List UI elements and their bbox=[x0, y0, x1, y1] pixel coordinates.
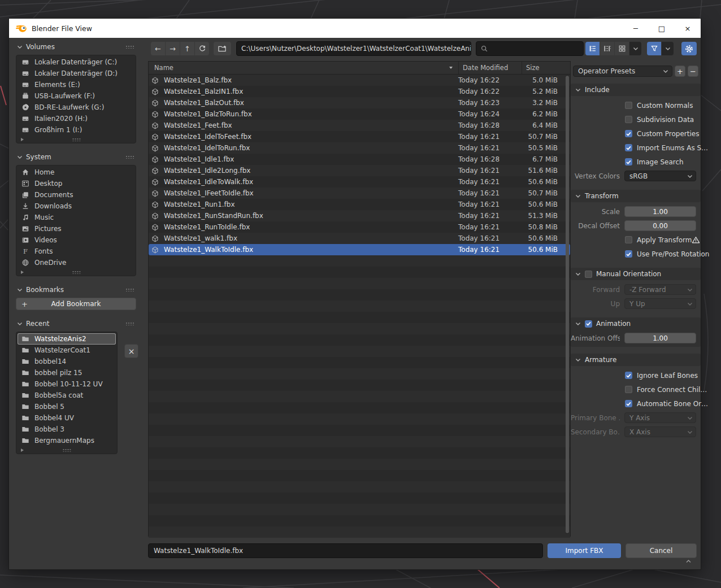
grip-handle-icon[interactable] bbox=[125, 288, 134, 291]
animation-section-header[interactable]: Animation bbox=[571, 317, 701, 330]
system-item[interactable]: OneDrive bbox=[16, 257, 136, 268]
recent-item[interactable]: Bobbel4 UV bbox=[16, 412, 117, 424]
volume-item[interactable]: USB-Laufwerk (F:) bbox=[16, 90, 136, 102]
column-header-name[interactable]: Name bbox=[149, 64, 449, 72]
checkbox-checked[interactable] bbox=[625, 372, 632, 379]
remove-preset-button[interactable]: − bbox=[688, 66, 698, 77]
create-new-directory-button[interactable] bbox=[214, 42, 231, 55]
checkbox-row[interactable]: Subdivision Data bbox=[571, 112, 701, 127]
recent-section-header[interactable]: Recent bbox=[16, 318, 136, 329]
system-item[interactable]: Documents bbox=[16, 189, 136, 201]
volume-item[interactable]: Italien2020 (H:) bbox=[16, 113, 136, 124]
use-pre-post-rotation-row[interactable]: Use Pre/Post Rotation bbox=[571, 247, 701, 261]
bookmarks-section-header[interactable]: Bookmarks bbox=[16, 284, 136, 295]
recent-item[interactable]: Bobbel 10-11-12 UV bbox=[16, 378, 117, 390]
volumes-section-header[interactable]: Volumes bbox=[16, 41, 136, 53]
recent-item[interactable]: Bobbel 5 bbox=[16, 401, 117, 412]
horizontal-list-view-button[interactable] bbox=[600, 42, 614, 55]
expand-right-icon[interactable] bbox=[21, 138, 24, 141]
vertical-list-view-button[interactable] bbox=[585, 42, 600, 55]
checkbox-checked[interactable] bbox=[625, 130, 632, 137]
file-row[interactable]: Watstelze1_Balz.fbxToday 16:225.0 MiB bbox=[149, 75, 570, 86]
checkbox[interactable] bbox=[585, 271, 592, 278]
system-item[interactable]: Downloads bbox=[16, 201, 136, 212]
checkbox-row[interactable]: Automatic Bone Or… bbox=[571, 397, 701, 411]
file-row[interactable]: Watstelze1_IdelToRun.fbxToday 16:2150.5 … bbox=[149, 142, 570, 154]
system-item[interactable]: Desktop bbox=[16, 178, 136, 189]
forward-button[interactable]: → bbox=[166, 42, 180, 55]
close-button[interactable]: × bbox=[675, 19, 701, 38]
file-row[interactable]: Watstelze1_walk1.fbxToday 16:2150.6 MiB bbox=[149, 233, 570, 244]
expand-right-icon[interactable] bbox=[21, 271, 24, 274]
file-row[interactable]: Watstelze1_IFeetToIdle.fbxToday 16:2150.… bbox=[149, 188, 570, 199]
grip-handle-icon[interactable] bbox=[125, 45, 134, 49]
system-item[interactable]: Pictures bbox=[16, 223, 136, 234]
add-bookmark-button[interactable]: + Add Bookmark bbox=[16, 298, 136, 310]
recent-item[interactable]: BergmauernMaps bbox=[16, 435, 117, 446]
file-row[interactable]: Watstelze1_Idle2Long.fbxToday 16:2151.6 … bbox=[149, 165, 570, 176]
settings-toggle-button[interactable] bbox=[681, 42, 697, 55]
file-row[interactable]: Watstelze1_IdelToFeet.fbxToday 16:2150.7… bbox=[149, 131, 570, 142]
system-item[interactable]: FFonts bbox=[16, 246, 136, 257]
filter-dropdown[interactable] bbox=[662, 42, 674, 55]
scrollbar[interactable] bbox=[566, 75, 569, 534]
scale-field[interactable]: 1.00 bbox=[624, 206, 696, 217]
file-row[interactable]: Watstelze1_RunStandRun.fbxToday 16:2151.… bbox=[149, 210, 570, 221]
grip-handle-icon[interactable] bbox=[125, 322, 134, 325]
checkbox-checked[interactable] bbox=[625, 144, 632, 151]
animation-offset-field[interactable]: 1.00 bbox=[624, 333, 696, 343]
file-row[interactable]: Watstelze1_Run1.fbxToday 16:2150.6 MiB bbox=[149, 199, 570, 210]
filename-field[interactable]: Watstelze1_WalkToIdle.fbx bbox=[148, 543, 543, 558]
decal-offset-field[interactable]: 0.00 bbox=[624, 220, 696, 231]
file-row[interactable]: Watstelze1_BalzToRun.fbxToday 16:246.2 M… bbox=[149, 108, 570, 120]
file-row[interactable]: Watstelze1_BalzOut.fbxToday 16:233.2 MiB bbox=[149, 97, 570, 108]
column-header-size[interactable]: Size bbox=[522, 62, 558, 74]
checkbox[interactable] bbox=[625, 102, 632, 109]
system-item[interactable]: Music bbox=[16, 212, 136, 223]
volume-item[interactable]: Elements (E:) bbox=[16, 79, 136, 90]
checkbox-row[interactable]: Image Search bbox=[571, 155, 701, 169]
recent-item[interactable]: WatstelzeAnis2 bbox=[18, 333, 116, 345]
checkbox-row[interactable]: Custom Properties bbox=[571, 127, 701, 141]
file-row[interactable]: Watstelze1_Idle1.fbxToday 16:286.7 MiB bbox=[149, 154, 570, 165]
system-item[interactable]: Videos bbox=[16, 234, 136, 246]
transform-section-header[interactable]: Transform bbox=[571, 190, 701, 202]
search-field[interactable] bbox=[476, 41, 584, 56]
recent-item[interactable]: Bobbel5a coat bbox=[16, 390, 117, 401]
volume-item[interactable]: Großhirn 1 (I:) bbox=[16, 124, 136, 136]
operator-presets-dropdown[interactable]: Operator Presets bbox=[573, 66, 672, 77]
file-row[interactable]: Watstelze1_RunToIdle.fbxToday 16:2150.8 … bbox=[149, 221, 570, 233]
checkbox-row[interactable]: Force Connect Chil… bbox=[571, 382, 701, 397]
recent-item[interactable]: bobbel pilz 15 bbox=[16, 367, 117, 378]
checkbox-checked[interactable] bbox=[625, 250, 632, 258]
back-button[interactable]: ← bbox=[151, 42, 165, 55]
vertex-colors-dropdown[interactable]: sRGB bbox=[624, 171, 696, 181]
resize-grip-icon[interactable] bbox=[72, 271, 80, 274]
checkbox[interactable] bbox=[625, 386, 632, 393]
system-section-header[interactable]: System bbox=[16, 151, 136, 163]
manual-orientation-section-header[interactable]: Manual Orientation bbox=[571, 268, 701, 280]
filter-button[interactable] bbox=[647, 42, 661, 55]
recent-item[interactable]: Bobbel 3 bbox=[16, 424, 117, 435]
recent-item[interactable]: bobbel14 bbox=[16, 356, 117, 367]
file-row[interactable]: Watstelze1_BalzIN1.fbxToday 16:225.2 MiB bbox=[149, 86, 570, 97]
remove-recent-button[interactable]: × bbox=[124, 344, 138, 358]
checkbox-row[interactable]: Custom Normals bbox=[571, 98, 701, 112]
system-item[interactable]: Home bbox=[16, 167, 136, 178]
checkbox-checked[interactable] bbox=[625, 158, 632, 165]
column-header-date-modified[interactable]: Date Modified bbox=[458, 62, 522, 74]
path-field[interactable]: C:\Users\Nutzer\Desktop\Watstelzer1\Wats… bbox=[236, 41, 471, 56]
checkbox-row[interactable]: Import Enums As S… bbox=[571, 141, 701, 155]
parent-directory-button[interactable]: ↑ bbox=[180, 42, 194, 55]
file-row[interactable]: Watstelze1_WalkToIdle.fbxToday 16:2150.6… bbox=[149, 244, 570, 255]
apply-transform-row[interactable]: Apply Transform bbox=[571, 233, 701, 247]
cancel-button[interactable]: Cancel bbox=[626, 543, 697, 558]
display-mode-dropdown[interactable] bbox=[629, 42, 641, 55]
grip-handle-icon[interactable] bbox=[125, 155, 134, 159]
resize-grip-icon[interactable] bbox=[72, 138, 80, 141]
add-preset-button[interactable]: + bbox=[675, 66, 685, 77]
armature-section-header[interactable]: Armature bbox=[571, 354, 701, 366]
file-row[interactable]: Watstelze1_Feet.fbxToday 16:286.4 MiB bbox=[149, 120, 570, 131]
checkbox[interactable] bbox=[625, 236, 632, 243]
volume-item[interactable]: Lokaler Datenträger (C:) bbox=[16, 56, 136, 68]
